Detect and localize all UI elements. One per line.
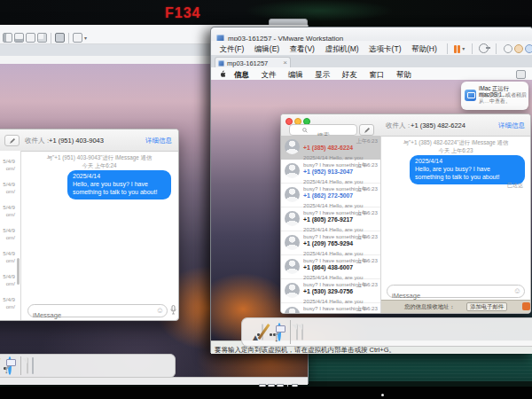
conversation-list-item[interactable]: +1 (862) 272-5007 上午6:23 2025/4/14 Hello… (281, 184, 380, 207)
macos-notification[interactable]: iMac 正运行 macOS 1... 现在浏览，或者稍后从…中查看。 (461, 82, 528, 110)
conversation-list-item[interactable]: +1 (209) 765-9294 上午6:23 2025/4/14 Hello… (281, 231, 380, 255)
conversation-list: +1 (385) 482-6224 上午6:23 2025/4/14 Hello… (281, 136, 381, 313)
avatar (285, 283, 300, 298)
details-link[interactable]: 详细信息 (145, 137, 172, 145)
scrollbar[interactable] (17, 258, 20, 285)
revert-snapshot-icon[interactable] (514, 44, 523, 53)
details-link[interactable]: 详细信息 (498, 121, 525, 130)
dock-left (0, 354, 176, 378)
conversation-list-item[interactable]: +1 (805) 276-9217 上午6:23 2025/4/14 Hello… (281, 207, 380, 231)
compose-button[interactable] (4, 135, 20, 146)
search-field[interactable] (289, 124, 357, 136)
chat-header: 与"+1 (385) 482-6224"进行 iMessage 通信 (381, 139, 530, 147)
conversation-time: 上午6:23 (356, 281, 378, 289)
document-icon[interactable] (27, 357, 28, 374)
messages-window-left[interactable]: 收件人： +1 (951) 403-9043 详细信息 5/4/9om/ 5/4… (0, 129, 179, 321)
conversation-time: 上午6:23 (356, 185, 378, 193)
chat-pane-right: 与"+1 (385) 482-6224"进行 iMessage 通信 今天 上午… (381, 136, 530, 313)
message-input[interactable]: ☺ (27, 304, 168, 317)
to-value[interactable]: +1 (951) 403-9043 (49, 137, 104, 145)
stretch-guest-icon[interactable] (73, 33, 82, 43)
show-library-icon[interactable] (3, 33, 12, 43)
macos-menu-help[interactable]: 帮助 (396, 68, 411, 81)
menubar-status-icon[interactable] (516, 70, 526, 79)
address-notice-bar: 您的信息接收地址： 添加电子邮件 (381, 300, 530, 313)
apple-icon[interactable] (219, 70, 226, 78)
imessage-bubble: 2025/4/14 Hello, are you busy? I have so… (67, 170, 171, 200)
unity-icon[interactable] (37, 33, 47, 43)
vmware-logo-icon (218, 60, 224, 66)
conversation-list-left[interactable]: 5/4/9om/ 5/4/9om/ 5/4/9om/ 5/4/9om/ 5/4/… (0, 151, 21, 320)
pencil-icon (9, 137, 16, 145)
tip-text: 要将输入定向到该虚拟机，请在虚拟机内部单击或按 Ctrl+G。 (215, 346, 395, 354)
to-value[interactable]: +1 (385) 482-6224 (411, 121, 466, 129)
menu-file[interactable]: 文件(F) (220, 42, 245, 56)
macos-menu-edit[interactable]: 编辑 (288, 68, 303, 81)
compose-button[interactable] (359, 124, 374, 136)
fullscreen-icon[interactable] (26, 33, 35, 43)
manage-snapshots-icon[interactable] (525, 44, 532, 53)
document-icon[interactable] (301, 324, 303, 340)
conversation-name: +1 (805) 276-9217 (303, 216, 353, 223)
pencil-icon (364, 127, 371, 134)
add-email-button[interactable]: 添加电子邮件 (466, 302, 507, 311)
dock-right (241, 317, 532, 347)
pause-icon[interactable] (454, 42, 461, 56)
macos-menu-window[interactable]: 窗口 (369, 68, 384, 81)
to-label: 收件人： (386, 121, 412, 130)
running-indicator (270, 333, 272, 336)
avatar (285, 163, 300, 178)
macos-menu-file[interactable]: 文件 (261, 68, 276, 81)
emoji-icon[interactable]: ☺ (156, 305, 164, 317)
host-taskbar[interactable] (0, 387, 532, 399)
menu-tabs[interactable]: 选项卡(T) (369, 42, 401, 56)
menu-view[interactable]: 查看(V) (290, 42, 315, 56)
thumbnail-bar-icon[interactable] (14, 33, 24, 43)
conversation-time: 上午6:23 (356, 305, 378, 313)
emoji-icon[interactable]: ☺ (513, 286, 521, 297)
menu-edit[interactable]: 编辑(E) (254, 42, 279, 56)
conversation-name: +1 (816) 571-7568 (303, 312, 353, 313)
to-label: 收件人： (25, 137, 51, 145)
notice-accent[interactable] (522, 302, 530, 310)
trash-icon[interactable] (32, 357, 34, 374)
menu-vm[interactable]: 虚拟机(M) (325, 42, 358, 56)
macos-menu-buddies[interactable]: 好友 (342, 68, 357, 81)
chat-pane-left: 与"+1 (951) 403-9043"进行 iMessage 通信 今天 上午… (20, 151, 178, 320)
chevron-down-icon[interactable]: ▾ (84, 35, 87, 41)
avatar (285, 211, 300, 226)
microphone-icon[interactable] (170, 305, 176, 315)
chat-timestamp: 今天 上午6:23 (381, 147, 530, 155)
conversation-list-item[interactable]: +1 (816) 571-7568 上午6:23 2025/4/14 Hello… (281, 303, 380, 313)
conversation-list-item[interactable]: +1 (864) 438-6007 上午6:23 2025/4/14 Hello… (281, 255, 380, 279)
chevron-down-icon[interactable]: ▾ (462, 46, 465, 51)
textedit-icon[interactable] (262, 324, 263, 340)
message-input-field[interactable] (28, 309, 149, 321)
delivered-status: 已送达 (507, 182, 523, 190)
chat-timestamp: 今天 上午6:24 (20, 162, 178, 170)
search-icon (302, 128, 308, 133)
list-item: 5/4/9om/ (0, 204, 20, 218)
vmware-titlebar[interactable]: mp03-161257 - VMware Workstation (211, 27, 532, 42)
message-input[interactable]: ☺ (387, 285, 525, 298)
macos-menu-view[interactable]: 显示 (315, 68, 330, 81)
conversation-name: +1 (862) 272-5007 (303, 192, 353, 199)
conversation-list-item[interactable]: +1 (530) 329-0756 上午6:23 2025/4/14 Hello… (281, 279, 380, 303)
avatar (285, 259, 300, 274)
snapshot-icon[interactable] (504, 44, 512, 53)
avatar (285, 139, 300, 154)
messages-toolbar-left: 收件人： +1 (951) 403-9043 详细信息 (0, 129, 178, 152)
menu-help[interactable]: 帮助(H) (411, 42, 437, 56)
conversation-list-item[interactable]: +1 (952) 913-2047 上午6:23 2025/4/14 Hello… (281, 160, 380, 184)
console-view-icon[interactable] (55, 33, 65, 43)
vmware-menubar: 文件(F) 编辑(E) 查看(V) 虚拟机(M) 选项卡(T) 帮助(H) ▾ … (211, 41, 532, 55)
conversation-name: +1 (530) 329-0756 (303, 288, 353, 294)
conversation-name: +1 (385) 482-6224 (303, 145, 353, 151)
messages-window-right[interactable]: 收件人： +1 (385) 482-6224 详细信息 +1 (385) 482… (280, 113, 531, 314)
conversation-list-item[interactable]: +1 (385) 482-6224 上午6:23 2025/4/14 Hello… (281, 136, 380, 160)
send-ctrl-alt-del-icon[interactable] (479, 43, 489, 53)
macos-menu-messages[interactable]: 信息 (234, 68, 249, 81)
avatar (285, 307, 300, 313)
conversation-name: +1 (209) 765-9294 (303, 240, 353, 246)
display-icon (465, 90, 476, 101)
